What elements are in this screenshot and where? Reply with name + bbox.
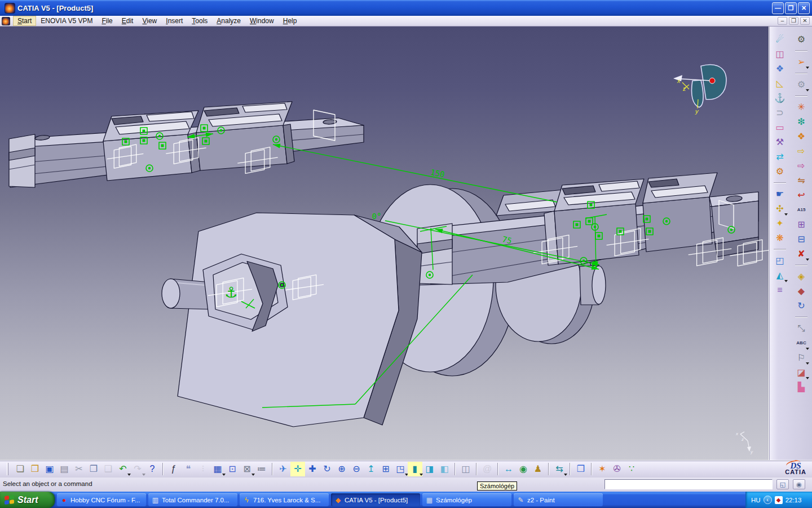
www-button[interactable]: @ <box>480 462 495 476</box>
dropdown-arrow-icon[interactable] <box>806 362 809 365</box>
menu-edit[interactable]: Edit <box>117 16 138 26</box>
constraints-toolbar-button[interactable]: ⇆ <box>552 462 567 476</box>
task-total-commander[interactable]: ▥Total Commander 7.0... <box>148 493 237 506</box>
fly-examine-button[interactable]: ☄ <box>773 32 787 47</box>
copy-button[interactable]: ❐ <box>86 462 101 476</box>
offset-constraint-button[interactable]: ↻ <box>794 299 809 313</box>
dropdown-arrow-icon[interactable] <box>784 280 788 282</box>
rotate-button[interactable]: ↻ <box>320 462 334 476</box>
menu-tools[interactable]: Tools <box>187 16 212 26</box>
measure-between-tool-button[interactable]: ⤡ <box>794 321 809 336</box>
redo-button[interactable]: ↷ <box>130 462 145 476</box>
measure-item-tool-button[interactable]: ABC <box>794 336 809 351</box>
menu-window[interactable]: Window <box>245 16 279 26</box>
menu-enovia-v5-vpm[interactable]: ENOVIA V5 VPM <box>36 16 97 26</box>
sectioning-view-button[interactable]: ◭ <box>773 268 787 283</box>
existing-component-positioned-button[interactable]: ⇨ <box>794 159 809 173</box>
relations-button[interactable]: ⊡ <box>225 462 240 476</box>
menu-help[interactable]: Help <box>279 16 302 26</box>
graphic-properties-button[interactable]: ∵ <box>624 462 639 476</box>
render-style-button[interactable]: ▮ <box>408 462 422 476</box>
coincidence-constraint-button[interactable]: ◈ <box>794 269 809 284</box>
task-paint[interactable]: ✎z2 - Paint <box>514 493 603 506</box>
isometric-view-button[interactable]: ◳ <box>393 462 408 476</box>
antivirus-tray-icon[interactable]: ◆ <box>775 496 783 504</box>
command-input[interactable] <box>604 479 773 489</box>
start-button[interactable]: Start <box>0 492 55 508</box>
command-history-button[interactable]: ◱ <box>776 479 789 489</box>
menu-analyze[interactable]: Analyze <box>212 16 245 26</box>
render-effects-button[interactable]: ✶ <box>595 462 610 476</box>
menu-insert[interactable]: Insert <box>161 16 187 26</box>
contact-constraint-button[interactable]: ◆ <box>794 284 809 299</box>
design-table-button[interactable]: ▦ <box>210 462 225 476</box>
attach-button[interactable]: ⊃ <box>773 106 787 120</box>
select-with-command-button[interactable]: ⚙ <box>794 77 809 92</box>
new-product-doc-button[interactable]: ❖ <box>794 129 809 144</box>
formula-button[interactable]: ƒ <box>166 462 181 476</box>
generate-numbering-button[interactable]: A15 <box>794 203 809 217</box>
existing-component-button[interactable]: ⇨ <box>794 144 809 159</box>
sectioning-button[interactable]: ◪ <box>794 365 809 380</box>
graph-tree-reordering-button[interactable]: ↩ <box>794 188 809 203</box>
hide-icons-chevron[interactable]: ‹ <box>764 496 772 504</box>
manipulate-on-rail-button[interactable]: ☛ <box>773 187 787 202</box>
space-analysis-button[interactable]: ◰ <box>773 253 787 268</box>
knowledge-inspector-button[interactable]: ⁝ <box>196 462 210 476</box>
apply-material-button[interactable]: ✇ <box>610 462 624 476</box>
replace-component-button[interactable]: ⇋ <box>794 173 809 188</box>
hide-show-button[interactable]: ◨ <box>422 462 437 476</box>
equivalent-dimensions-button[interactable]: ≔ <box>254 462 269 476</box>
multi-view-button[interactable]: ⊞ <box>378 462 393 476</box>
swap-visible-space-button[interactable]: ◧ <box>437 462 452 476</box>
annotation-button[interactable]: ⚐ <box>794 351 809 365</box>
measure-between-button[interactable]: ↔ <box>501 462 516 476</box>
explode-button[interactable]: ✦ <box>773 216 787 231</box>
minimize-button[interactable]: — <box>772 2 784 14</box>
update-all-button[interactable]: ⚙ <box>794 32 809 47</box>
fast-multi-instantiation-button[interactable]: ❖ <box>773 62 787 76</box>
language-indicator[interactable]: HU <box>751 497 761 503</box>
product-tree-button[interactable]: ≡ <box>773 283 787 297</box>
mdi-close-button[interactable]: ✕ <box>800 17 810 25</box>
swap-update-button[interactable]: ⇄ <box>773 150 787 164</box>
close-button[interactable]: ✕ <box>798 2 810 14</box>
dropdown-arrow-icon[interactable] <box>806 348 809 350</box>
restore-button[interactable]: ❐ <box>785 2 797 14</box>
save-button[interactable]: ▣ <box>42 462 57 476</box>
task-catia[interactable]: ◆CATIA V5 - [Product5] <box>331 493 420 506</box>
3d-viewport[interactable]: x z y x z y <box>0 27 769 460</box>
new-product-button[interactable]: ◫ <box>773 47 787 62</box>
mdi-restore-button[interactable]: ❐ <box>789 17 798 25</box>
snap-angle-button[interactable]: ◺ <box>773 76 787 91</box>
dropdown-arrow-icon[interactable] <box>806 67 809 69</box>
catalog-button[interactable]: ❒ <box>573 462 588 476</box>
print-button[interactable]: ▤ <box>57 462 72 476</box>
catalog-browser-button[interactable]: ◫ <box>458 462 473 476</box>
whats-this-help-button[interactable]: ? <box>145 462 160 476</box>
pan-button[interactable]: ✚ <box>305 462 320 476</box>
annotation-3d-button[interactable]: ▙ <box>794 380 809 395</box>
menu-file[interactable]: File <box>97 16 117 26</box>
comment-button[interactable]: ❝ <box>181 462 196 476</box>
manipulation-button[interactable]: ▭ <box>773 120 787 135</box>
task-calculator[interactable]: ▦Számológép <box>422 493 511 506</box>
smart-move-button[interactable]: ⚙ <box>773 164 787 179</box>
measure-inertia-button[interactable]: ♟ <box>531 462 545 476</box>
task-winamp[interactable]: ϟ716. Yves Larock & S... <box>240 493 329 506</box>
selective-load-button[interactable]: ⊞ <box>794 217 809 232</box>
task-hobby-cnc[interactable]: ●Hobby CNC Fórum - F... <box>57 493 146 506</box>
mdi-minimize-button[interactable]: – <box>778 17 787 25</box>
undo-button[interactable]: ↶ <box>116 462 130 476</box>
new-part-button[interactable]: ❇ <box>794 115 809 129</box>
zoom-out-button[interactable]: ⊖ <box>349 462 364 476</box>
dropdown-arrow-icon[interactable] <box>806 89 809 91</box>
new-document-button[interactable]: ❏ <box>13 462 28 476</box>
dropdown-arrow-icon[interactable] <box>806 259 809 261</box>
cut-button[interactable]: ✂ <box>72 462 86 476</box>
manage-representations-button[interactable]: ⊟ <box>794 232 809 247</box>
new-component-button[interactable]: ✳ <box>794 100 809 115</box>
tools-probe-button[interactable]: ⚒ <box>773 135 787 150</box>
menu-start[interactable]: Start <box>13 16 36 26</box>
fix-anchor-button[interactable]: ⚓ <box>773 91 787 106</box>
